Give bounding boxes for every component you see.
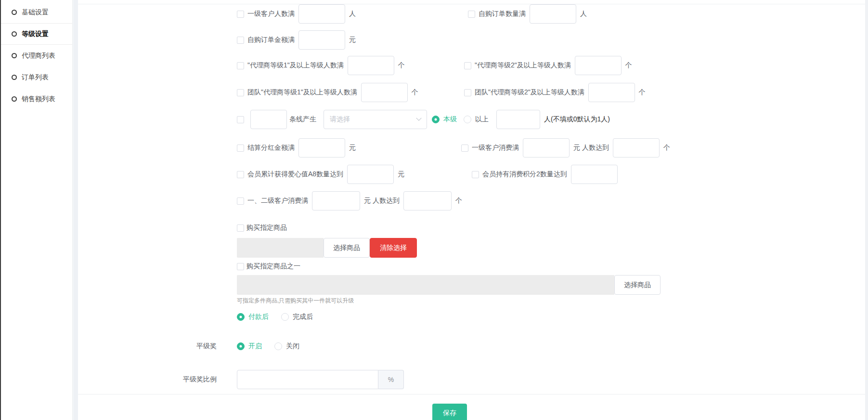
checkbox-team-agent-level1-count[interactable] bbox=[237, 89, 244, 96]
specified-product-picker: 选择商品 清除选择 bbox=[237, 238, 417, 258]
radio-peer-award-on-label[interactable]: 开启 bbox=[248, 342, 262, 351]
level-settings-form: 一级客户人数满 人 自购订单数量满 人 自购订单金额满 元 "代理商等级1"及以… bbox=[78, 0, 865, 420]
peer-award-row: 平级奖 开启 关闭 bbox=[178, 340, 312, 353]
level-select[interactable]: 请选择 bbox=[324, 110, 427, 129]
checkbox-dividend-amount[interactable] bbox=[237, 144, 244, 152]
condition-label: 购买指定商品 bbox=[246, 223, 287, 232]
peer-award-ratio-group: % bbox=[237, 370, 404, 389]
peer-award-ratio-input[interactable] bbox=[237, 370, 378, 389]
upgrade-timing-radios: 付款后 完成后 bbox=[237, 310, 325, 324]
condition-row-self-order-count: 自购订单数量满 人 bbox=[468, 4, 587, 24]
one-of-products-picker: 选择商品 bbox=[237, 275, 661, 295]
sidebar-item-order-list[interactable]: 订单列表 bbox=[1, 66, 72, 88]
select-product-button[interactable]: 选择商品 bbox=[324, 238, 370, 258]
agent-level2-count-input[interactable] bbox=[575, 56, 622, 75]
condition-label: 团队"代理商等级1"及以上等级人数满 bbox=[247, 88, 357, 97]
checkbox-l1-customer-count[interactable] bbox=[237, 11, 244, 18]
radio-after-payment-label[interactable]: 付款后 bbox=[248, 313, 269, 321]
clear-selection-button[interactable]: 清除选择 bbox=[370, 238, 417, 258]
unit-and-count-label: 元 人数达到 bbox=[364, 197, 400, 205]
condition-label: 会员累计获得爱心值A8数量达到 bbox=[247, 170, 343, 179]
checkbox-consume-points2[interactable] bbox=[472, 171, 479, 178]
self-order-count-input[interactable] bbox=[530, 4, 576, 24]
unit-label: 元 bbox=[398, 170, 404, 179]
checkbox-love-value-a8[interactable] bbox=[237, 171, 244, 178]
checkbox-buy-specified-product[interactable] bbox=[237, 224, 244, 232]
checkbox-agent-level1-count[interactable] bbox=[237, 62, 244, 69]
l1-customer-spend-count-input[interactable] bbox=[613, 138, 660, 158]
unit-label: 个 bbox=[639, 88, 646, 97]
sidebar: 基础设置 等级设置 代理商列表 订单列表 销售额列表 bbox=[1, 0, 73, 420]
self-order-amount-input[interactable] bbox=[298, 30, 345, 50]
condition-label: 购买指定商品之一 bbox=[246, 262, 300, 271]
radio-above-level-label[interactable]: 以上 bbox=[475, 115, 489, 124]
line-count-input[interactable] bbox=[250, 110, 287, 129]
unit-label: 个 bbox=[663, 144, 670, 152]
love-value-a8-input[interactable] bbox=[347, 165, 394, 184]
condition-row-line-produce: 条线产生 请选择 本级 以上 人(不填或0默认为1人) bbox=[237, 110, 610, 129]
sidebar-item-basic-settings[interactable]: 基础设置 bbox=[1, 1, 72, 23]
save-button[interactable]: 保存 bbox=[432, 404, 467, 420]
product-hint-text: 可指定多件商品,只需购买其中一件就可以升级 bbox=[237, 297, 354, 305]
circle-icon bbox=[12, 31, 17, 37]
sidebar-content-gap bbox=[73, 0, 78, 420]
team-agent-level2-count-input[interactable] bbox=[588, 83, 635, 102]
consume-points2-input[interactable] bbox=[571, 165, 618, 184]
selected-product-display bbox=[237, 238, 324, 258]
checkbox-l1l2-customer-spend[interactable] bbox=[237, 197, 244, 205]
condition-row-consume-points2: 会员持有消费积分2数量达到 bbox=[472, 165, 622, 184]
l1-customer-spend-input[interactable] bbox=[523, 138, 570, 158]
l1l2-customer-spend-count-input[interactable] bbox=[403, 191, 452, 210]
dividend-amount-input[interactable] bbox=[298, 138, 345, 158]
radio-peer-award-off[interactable] bbox=[274, 342, 282, 350]
condition-row-agent-level2-count: "代理商等级2"及以上等级人数满 个 bbox=[464, 56, 632, 75]
team-agent-level1-count-input[interactable] bbox=[361, 83, 408, 102]
checkbox-team-agent-level2-count[interactable] bbox=[464, 89, 471, 96]
condition-label: 会员持有消费积分2数量达到 bbox=[482, 170, 567, 179]
radio-peer-award-on[interactable] bbox=[237, 342, 245, 350]
l1l2-customer-spend-input[interactable] bbox=[312, 191, 360, 210]
unit-label: 个 bbox=[412, 88, 418, 97]
condition-label: 一级客户人数满 bbox=[247, 10, 295, 18]
sidebar-item-level-settings[interactable]: 等级设置 bbox=[1, 23, 72, 45]
checkbox-agent-level2-count[interactable] bbox=[464, 62, 471, 69]
checkbox-line-produce[interactable] bbox=[237, 116, 244, 123]
sidebar-item-label: 基础设置 bbox=[22, 8, 49, 17]
radio-after-completion[interactable] bbox=[281, 313, 289, 321]
unit-label: 个 bbox=[455, 197, 462, 205]
condition-row-self-order-amount: 自购订单金额满 元 bbox=[237, 30, 356, 50]
line-produce-label: 条线产生 bbox=[289, 115, 316, 124]
l1-customer-count-input[interactable] bbox=[298, 4, 345, 24]
above-level-count-input[interactable] bbox=[496, 110, 540, 129]
checkbox-l1-customer-spend[interactable] bbox=[461, 144, 468, 152]
checkbox-self-order-amount[interactable] bbox=[237, 37, 244, 44]
hint-row: 可指定多件商品,只需购买其中一件就可以升级 bbox=[237, 297, 354, 304]
radio-above-level[interactable] bbox=[464, 116, 471, 123]
scrollbar-track[interactable] bbox=[865, 0, 868, 420]
peer-award-ratio-label: 平级奖比例 bbox=[178, 375, 217, 384]
select-placeholder: 请选择 bbox=[330, 115, 350, 124]
circle-icon bbox=[12, 53, 17, 58]
radio-self-level[interactable] bbox=[432, 116, 440, 123]
checkbox-self-order-count[interactable] bbox=[468, 11, 475, 18]
circle-icon bbox=[12, 75, 17, 80]
radio-peer-award-off-label[interactable]: 关闭 bbox=[286, 342, 299, 351]
radio-after-payment[interactable] bbox=[237, 313, 245, 321]
sidebar-item-sales-list[interactable]: 销售额列表 bbox=[1, 88, 72, 110]
sidebar-item-label: 订单列表 bbox=[22, 73, 49, 82]
unit-label: 个 bbox=[625, 61, 632, 70]
condition-row-agent-level1-count: "代理商等级1"及以上等级人数满 个 bbox=[237, 56, 405, 75]
condition-label: 一、二级客户消费满 bbox=[247, 197, 308, 205]
unit-label: 人 bbox=[580, 10, 587, 18]
agent-level1-count-input[interactable] bbox=[348, 56, 394, 75]
condition-label: "代理商等级2"及以上等级人数满 bbox=[475, 61, 571, 70]
unit-label: 个 bbox=[398, 61, 405, 70]
circle-icon bbox=[12, 10, 17, 15]
percent-addon: % bbox=[378, 370, 404, 389]
sidebar-item-agent-list[interactable]: 代理商列表 bbox=[1, 45, 72, 66]
select-product-button[interactable]: 选择商品 bbox=[614, 275, 661, 295]
radio-after-completion-label[interactable]: 完成后 bbox=[293, 313, 313, 321]
circle-icon bbox=[12, 96, 17, 102]
checkbox-buy-one-of-products[interactable] bbox=[237, 263, 244, 270]
radio-self-level-label[interactable]: 本级 bbox=[443, 115, 457, 124]
